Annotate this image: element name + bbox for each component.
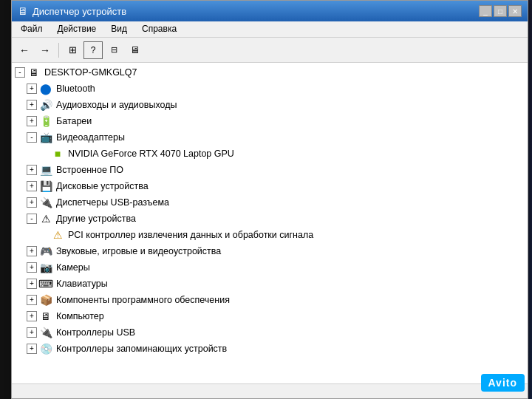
monitor-button[interactable]: 🖥 <box>125 41 144 59</box>
menu-file[interactable]: Файл <box>15 23 49 35</box>
icon-bluetooth: ⬤ <box>39 82 52 95</box>
toolbar: ← → ⊞ ? ⊟ 🖥 <box>12 38 528 63</box>
menu-bar: Файл Действие Вид Справка <box>12 21 528 38</box>
label-camera: Камеры <box>56 262 90 273</box>
tree-row-camera[interactable]: + 📷 Камеры <box>12 259 528 276</box>
icon-computer: 🖥 <box>39 310 52 323</box>
label-firmware: Встроенное ПО <box>56 165 123 175</box>
icon-camera: 📷 <box>39 261 52 274</box>
tree-row-usb-hub[interactable]: + 🔌 Диспетчеры USB-разъема <box>12 194 528 211</box>
label-sound: Звуковые, игровые и видеоустройства <box>56 246 221 256</box>
spacer-pci <box>38 230 49 240</box>
tree-row-video[interactable]: - 📺 Видеоадаптеры <box>12 129 528 146</box>
window-title: Диспетчер устройств <box>33 6 126 17</box>
tree-row-other[interactable]: - ⚠ Другие устройства <box>12 211 528 227</box>
tree-row-sound[interactable]: + 🎮 Звуковые, игровые и видеоустройства <box>12 243 528 259</box>
expand-battery[interactable]: + <box>27 116 37 126</box>
label-battery: Батареи <box>56 116 92 126</box>
icon-pci: ⚠ <box>51 228 64 242</box>
menu-action[interactable]: Действие <box>52 23 103 35</box>
expand-root[interactable]: - <box>15 67 25 78</box>
icon-other: ⚠ <box>39 212 52 225</box>
expand-other[interactable]: - <box>27 214 37 224</box>
tree-row-storage[interactable]: + 💿 Контроллеры запоминающих устройств <box>12 341 528 357</box>
expand-keyboard[interactable]: + <box>27 279 37 289</box>
tree-row-nvidia[interactable]: ■ NVIDIA GeForce RTX 4070 Laptop GPU <box>12 146 528 162</box>
label-storage: Контроллеры запоминающих устройств <box>56 344 227 354</box>
icon-keyboard: ⌨ <box>39 277 52 290</box>
expand-camera[interactable]: + <box>27 262 37 273</box>
label-disk: Дисковые устройства <box>56 181 149 191</box>
label-computer: Компьютер <box>56 311 104 321</box>
avito-badge: Avito <box>481 374 525 392</box>
expand-audio[interactable]: + <box>27 100 37 110</box>
label-nvidia: NVIDIA GeForce RTX 4070 Laptop GPU <box>68 149 234 159</box>
close-button[interactable]: ✕ <box>508 5 522 17</box>
expand-storage[interactable]: + <box>27 344 37 354</box>
label-audio: Аудиовходы и аудиовыходы <box>56 100 177 110</box>
tree-row-root[interactable]: - 🖥 DESKTOP-GMKGLQ7 <box>12 64 528 81</box>
label-usb-hub: Диспетчеры USB-разъема <box>56 197 169 208</box>
computer-button[interactable]: ⊞ <box>63 41 82 59</box>
menu-view[interactable]: Вид <box>105 23 133 35</box>
properties-button[interactable]: ⊟ <box>104 41 123 59</box>
expand-video[interactable]: - <box>27 132 37 143</box>
tree-row-keyboard[interactable]: + ⌨ Клавиатуры <box>12 276 528 292</box>
icon-sound: 🎮 <box>39 245 52 258</box>
icon-audio: 🔊 <box>39 98 52 112</box>
tree-row-audio[interactable]: + 🔊 Аудиовходы и аудиовыходы <box>12 97 528 113</box>
icon-nvidia: ■ <box>51 147 64 160</box>
expand-software[interactable]: + <box>27 295 37 305</box>
tree-row-pci[interactable]: ⚠ PCI контроллер извлечения данных и обр… <box>12 227 528 243</box>
back-button[interactable]: ← <box>15 41 34 59</box>
expand-firmware[interactable]: + <box>27 165 37 175</box>
label-pci: PCI контроллер извлечения данных и обраб… <box>68 230 313 240</box>
tree-row-bluetooth[interactable]: + ⬤ Bluetooth <box>12 81 528 97</box>
toolbar-separator-1 <box>58 43 59 58</box>
tree-row-battery[interactable]: + 🔋 Батареи <box>12 113 528 129</box>
icon-battery: 🔋 <box>39 115 52 128</box>
tree-row-firmware[interactable]: + 💻 Встроенное ПО <box>12 162 528 178</box>
icon-disk: 💾 <box>39 180 52 193</box>
device-tree: - 🖥 DESKTOP-GMKGLQ7 + ⬤ Bluetooth + 🔊 Ау… <box>12 63 528 383</box>
icon-software: 📦 <box>39 293 52 307</box>
label-root: DESKTOP-GMKGLQ7 <box>44 67 137 78</box>
spacer-nvidia <box>38 149 49 159</box>
label-keyboard: Клавиатуры <box>56 279 108 289</box>
status-bar <box>12 383 528 398</box>
help-button[interactable]: ? <box>83 41 103 59</box>
icon-usb: 🔌 <box>39 326 52 339</box>
expand-usb[interactable]: + <box>27 327 37 338</box>
tree-row-usb[interactable]: + 🔌 Контроллеры USB <box>12 324 528 341</box>
icon-firmware: 💻 <box>39 163 52 177</box>
maximize-button[interactable]: □ <box>494 5 507 17</box>
label-video: Видеоадаптеры <box>56 132 125 143</box>
expand-bluetooth[interactable]: + <box>27 83 37 94</box>
forward-button[interactable]: → <box>35 41 55 59</box>
label-other: Другие устройства <box>56 214 136 224</box>
icon-video: 📺 <box>39 131 52 144</box>
window-icon: 🖥 <box>18 5 28 17</box>
title-bar: 🖥 Диспетчер устройств _ □ ✕ <box>12 1 528 21</box>
label-bluetooth: Bluetooth <box>56 83 95 94</box>
icon-storage: 💿 <box>39 342 52 355</box>
tree-row-software[interactable]: + 📦 Компоненты программного обеспечения <box>12 292 528 308</box>
label-software: Компоненты программного обеспечения <box>56 295 230 305</box>
expand-usb-hub[interactable]: + <box>27 197 37 208</box>
menu-help[interactable]: Справка <box>136 23 183 35</box>
window-controls: _ □ ✕ <box>479 5 522 17</box>
label-usb: Контроллеры USB <box>56 327 135 338</box>
icon-usb-hub: 🔌 <box>39 196 52 209</box>
expand-computer[interactable]: + <box>27 311 37 321</box>
expand-disk[interactable]: + <box>27 181 37 191</box>
icon-root: 🖥 <box>27 66 41 79</box>
minimize-button[interactable]: _ <box>479 5 492 17</box>
expand-sound[interactable]: + <box>27 246 37 256</box>
tree-row-disk[interactable]: + 💾 Дисковые устройства <box>12 178 528 194</box>
tree-row-computer[interactable]: + 🖥 Компьютер <box>12 308 528 324</box>
